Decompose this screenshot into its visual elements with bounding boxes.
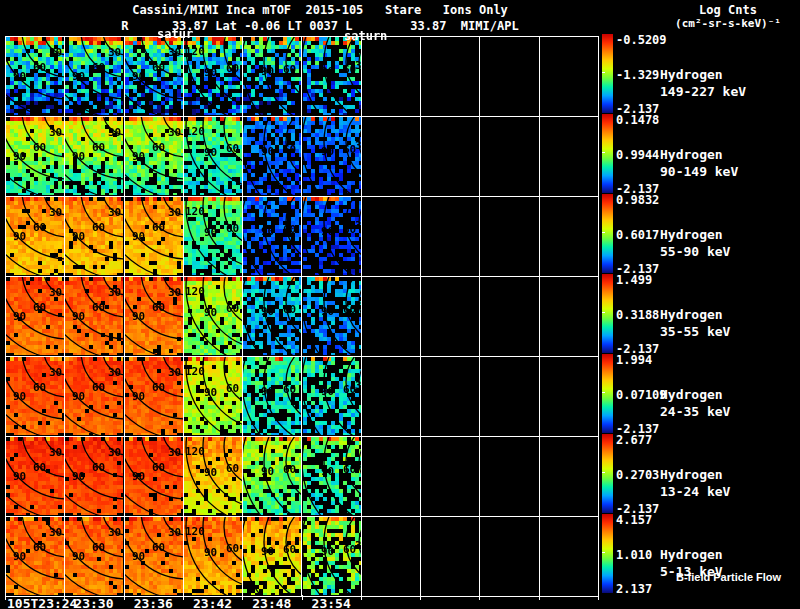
axis-tick bbox=[183, 595, 184, 600]
heatmap-canvas bbox=[303, 357, 361, 435]
bfield-note: B-field Particle Flow bbox=[676, 571, 781, 583]
heatmap-canvas bbox=[65, 517, 123, 595]
heatmap-canvas bbox=[243, 37, 301, 115]
empty-panel bbox=[480, 37, 539, 116]
heatmap-canvas bbox=[184, 277, 242, 355]
heatmap-panel bbox=[243, 37, 302, 116]
colorbar-min-label: 2.137 bbox=[616, 582, 686, 596]
axis-tick bbox=[124, 595, 125, 600]
colorbar bbox=[602, 274, 613, 353]
heatmap-canvas bbox=[125, 117, 183, 195]
empty-panel bbox=[421, 37, 480, 116]
colorbar-midtick bbox=[602, 552, 605, 553]
colorbar-midtick bbox=[602, 392, 605, 393]
axis-tick bbox=[302, 595, 303, 600]
empty-panel bbox=[540, 517, 599, 596]
saturn-direction-marker: satur bbox=[157, 27, 193, 41]
empty-panel bbox=[362, 197, 421, 276]
channel-label: Hydrogen 13-24 keV bbox=[660, 466, 800, 500]
empty-panel bbox=[480, 197, 539, 276]
time-axis-label: 23:30 bbox=[74, 596, 113, 609]
heatmap-panel bbox=[6, 277, 65, 356]
colorbar-midtick bbox=[602, 72, 605, 73]
energy-row-55-90keV bbox=[5, 196, 599, 277]
colorbar bbox=[602, 434, 613, 513]
heatmap-panel bbox=[303, 437, 362, 516]
heatmap-canvas bbox=[6, 277, 64, 355]
colorbar-midtick bbox=[602, 152, 605, 153]
heatmap-canvas bbox=[6, 357, 64, 435]
time-axis-label: 105T23:24 bbox=[7, 596, 77, 609]
heatmap-canvas bbox=[65, 357, 123, 435]
axis-tick bbox=[420, 595, 421, 600]
heatmap-panel bbox=[303, 277, 362, 356]
heatmap-panel bbox=[303, 117, 362, 196]
heatmap-panel bbox=[125, 117, 184, 196]
heatmap-panel bbox=[243, 357, 302, 436]
empty-panel bbox=[540, 437, 599, 516]
heatmap-panel bbox=[184, 37, 243, 116]
axis-tick bbox=[598, 595, 599, 600]
heatmap-canvas bbox=[125, 197, 183, 275]
heatmap-panel bbox=[125, 357, 184, 436]
axis-tick bbox=[479, 595, 480, 600]
heatmap-canvas bbox=[184, 437, 242, 515]
heatmap-panel bbox=[65, 277, 124, 356]
heatmap-canvas bbox=[303, 117, 361, 195]
energy-row-149-227keV bbox=[5, 36, 599, 117]
heatmap-canvas bbox=[6, 197, 64, 275]
colorbar-max-label: 0.1478 bbox=[616, 113, 686, 127]
heatmap-panel bbox=[65, 37, 124, 116]
energy-row-24-35keV bbox=[5, 356, 599, 437]
heatmap-canvas bbox=[65, 37, 123, 115]
mimi-inca-plot-screen: Cassini/MIMI Inca mTOF 2015-105 Stare Io… bbox=[0, 0, 800, 609]
heatmap-canvas bbox=[243, 357, 301, 435]
colorbar-max-label: 0.9832 bbox=[616, 193, 686, 207]
heatmap-panel bbox=[125, 37, 184, 116]
empty-panel bbox=[421, 197, 480, 276]
axis-tick bbox=[242, 595, 243, 600]
heatmap-panel bbox=[303, 357, 362, 436]
heatmap-panel bbox=[243, 517, 302, 596]
heatmap-canvas bbox=[125, 357, 183, 435]
heatmap-canvas bbox=[243, 437, 301, 515]
empty-panel bbox=[362, 517, 421, 596]
energy-row-13-24keV bbox=[5, 436, 599, 517]
heatmap-panel bbox=[6, 437, 65, 516]
heatmap-panel bbox=[243, 437, 302, 516]
heatmap-canvas bbox=[125, 517, 183, 595]
heatmap-panel bbox=[303, 37, 362, 116]
axis-tick bbox=[5, 595, 6, 600]
heatmap-panel bbox=[6, 517, 65, 596]
heatmap-panel bbox=[125, 437, 184, 516]
colorbar bbox=[602, 194, 613, 273]
colorbar bbox=[602, 514, 613, 593]
empty-panel bbox=[480, 277, 539, 356]
heatmap-canvas bbox=[65, 437, 123, 515]
heatmap-canvas bbox=[125, 277, 183, 355]
heatmap-canvas bbox=[184, 117, 242, 195]
axis-tick bbox=[539, 595, 540, 600]
heatmap-panel bbox=[65, 357, 124, 436]
empty-panel bbox=[421, 517, 480, 596]
heatmap-canvas bbox=[303, 197, 361, 275]
heatmap-panel bbox=[125, 517, 184, 596]
heatmap-canvas bbox=[184, 197, 242, 275]
empty-panel bbox=[480, 357, 539, 436]
heatmap-panel bbox=[184, 277, 243, 356]
heatmap-panel bbox=[184, 197, 243, 276]
plot-subtitle: R 33.87 Lat -0.06 LT 0037 L 33.87 MIMI/A… bbox=[0, 19, 640, 33]
channel-label: Hydrogen 90-149 keV bbox=[660, 146, 800, 180]
heatmap-canvas bbox=[65, 197, 123, 275]
empty-panel bbox=[540, 197, 599, 276]
colorbar-max-label: -0.5209 bbox=[616, 33, 686, 47]
heatmap-canvas bbox=[65, 117, 123, 195]
colorbar-midtick bbox=[602, 472, 605, 473]
heatmap-canvas bbox=[243, 277, 301, 355]
colorbar-units-title: Log Cnts bbox=[660, 3, 796, 17]
empty-panel bbox=[421, 437, 480, 516]
heatmap-canvas bbox=[184, 357, 242, 435]
colorbar bbox=[602, 34, 613, 113]
channel-label: Hydrogen 24-35 keV bbox=[660, 386, 800, 420]
empty-panel bbox=[421, 117, 480, 196]
